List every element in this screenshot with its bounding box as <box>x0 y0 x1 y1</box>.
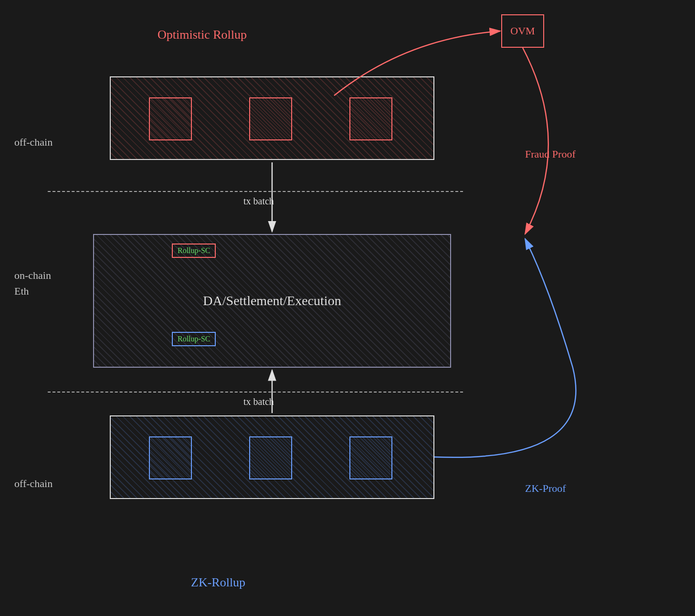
rollup-sc-red: Rollup-SC <box>172 244 216 258</box>
tx-box-red-2 <box>249 97 292 140</box>
ovm-label: OVM <box>510 25 535 37</box>
ovm-box: OVM <box>501 14 544 48</box>
tx-batch-top-label: tx batch <box>243 196 274 207</box>
zk-rollup-container <box>110 415 434 499</box>
zk-rollup-title: ZK-Rollup <box>191 575 245 590</box>
tx-box-blue-1 <box>149 436 192 479</box>
tx-batch-bottom-label: tx batch <box>243 396 274 407</box>
tx-hatch-blue-2 <box>250 437 291 478</box>
tx-hatch-1 <box>150 98 191 139</box>
onchain-hatch <box>94 235 450 367</box>
rollup-sc-blue: Rollup-SC <box>172 332 216 346</box>
diagram-container: Optimistic Rollup OVM Fraud Proof ZK-Pro… <box>0 0 695 616</box>
zk-proof-arrow <box>434 239 576 457</box>
tx-hatch-3 <box>350 98 391 139</box>
onchain-label: on-chainEth <box>14 267 51 299</box>
dashed-line-top <box>48 191 463 192</box>
optimistic-rollup-title: Optimistic Rollup <box>158 26 247 43</box>
dashed-line-bottom <box>48 392 463 393</box>
tx-box-blue-2 <box>249 436 292 479</box>
onchain-container <box>93 234 451 368</box>
tx-hatch-2 <box>250 98 291 139</box>
optimistic-rollup-container <box>110 76 434 160</box>
offchain-bottom-label: off-chain <box>14 478 53 490</box>
tx-hatch-blue-1 <box>150 437 191 478</box>
tx-hatch-blue-3 <box>350 437 391 478</box>
tx-box-red-1 <box>149 97 192 140</box>
offchain-top-label: off-chain <box>14 136 53 149</box>
tx-box-blue-3 <box>349 436 392 479</box>
fraud-proof-arrow <box>523 48 548 234</box>
fraud-proof-label: Fraud Proof <box>525 148 576 160</box>
tx-box-red-3 <box>349 97 392 140</box>
zk-proof-label: ZK-Proof <box>525 482 566 495</box>
